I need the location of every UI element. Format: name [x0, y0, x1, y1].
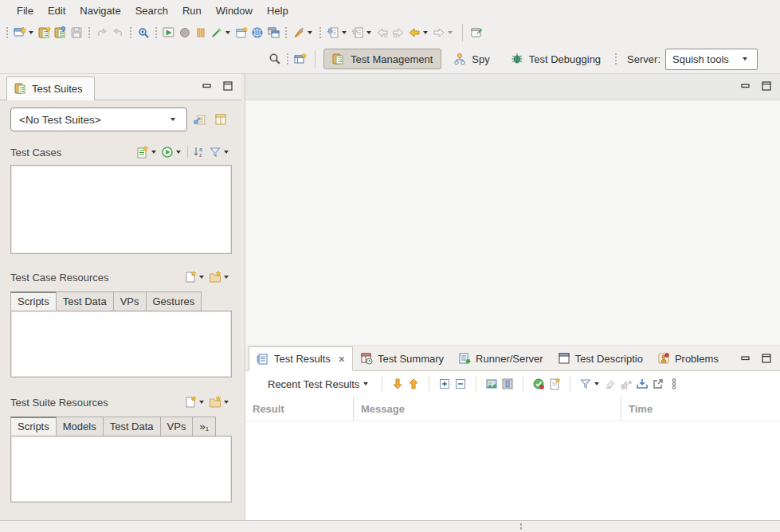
toolbar-drag-handle[interactable]	[130, 27, 131, 38]
expand-all-icon[interactable]	[437, 376, 453, 392]
menu-edit[interactable]: Edit	[41, 2, 73, 20]
minimize-icon[interactable]	[200, 80, 214, 92]
menu-file[interactable]: File	[10, 2, 41, 20]
new-window-icon[interactable]	[12, 25, 28, 41]
back-icon[interactable]	[406, 25, 422, 41]
maximize-icon[interactable]	[759, 80, 774, 92]
forward-icon[interactable]	[431, 25, 447, 41]
tcr-tab-scripts[interactable]: Scripts	[10, 291, 57, 311]
test-cases-list[interactable]	[10, 165, 232, 254]
open-perspective-icon[interactable]	[292, 51, 308, 67]
column-result[interactable]: Result	[245, 397, 354, 421]
server-select[interactable]: Squish tools	[665, 49, 758, 70]
tsr-tab-overflow[interactable]: »₁	[192, 417, 216, 436]
menu-window[interactable]: Window	[209, 2, 260, 20]
new-folder-caret[interactable]	[224, 276, 229, 279]
filter-results-caret[interactable]	[594, 382, 599, 385]
run-test-icon[interactable]	[161, 25, 177, 41]
step-return-suite-icon[interactable]	[350, 25, 366, 41]
minimize-icon[interactable]	[739, 352, 753, 365]
tab-test-results[interactable]: Test Results ×	[249, 346, 353, 371]
test-case-resources-list[interactable]	[10, 311, 232, 377]
new-editor-icon[interactable]	[233, 25, 249, 41]
statusbar-grip[interactable]	[519, 522, 523, 531]
test-suite-resources-list[interactable]	[10, 436, 232, 503]
menu-help[interactable]: Help	[260, 2, 296, 20]
last-edit-forward-icon[interactable]	[390, 25, 406, 41]
tcr-tab-vps[interactable]: VPs	[113, 291, 147, 311]
verify-icon[interactable]	[531, 376, 547, 392]
perspective-test-debugging[interactable]: Test Debugging	[502, 49, 609, 69]
last-edit-back-icon[interactable]	[374, 25, 390, 41]
open-external-icon[interactable]	[650, 376, 666, 392]
column-message[interactable]: Message	[354, 397, 621, 421]
toolbar-drag-handle[interactable]	[287, 53, 288, 65]
toolbar-drag-handle[interactable]	[6, 27, 8, 38]
new-report-icon[interactable]	[547, 376, 562, 392]
open-test-suite-icon[interactable]	[53, 25, 69, 41]
tab-test-suites[interactable]: Test Suites	[6, 76, 95, 100]
clear-results-icon[interactable]	[602, 376, 618, 392]
record-icon[interactable]	[177, 25, 193, 41]
minimize-icon[interactable]	[739, 80, 753, 92]
test-suite-select[interactable]: <No Test Suites>	[10, 108, 187, 131]
column-time[interactable]: Time	[621, 397, 780, 421]
tab-problems[interactable]: Problems	[650, 346, 726, 370]
picker-dropdown-caret[interactable]	[225, 31, 230, 34]
maximize-icon[interactable]	[221, 80, 235, 92]
video-icon[interactable]	[500, 376, 515, 392]
perspective-spy[interactable]: Spy	[445, 49, 498, 69]
back-history-caret[interactable]	[423, 31, 428, 34]
save-icon[interactable]	[69, 25, 84, 41]
forward-history-caret[interactable]	[448, 31, 453, 34]
launch-dropdown-caret[interactable]	[308, 31, 312, 34]
tab-runner-server[interactable]: Runner/Server	[451, 346, 551, 370]
launch-icon[interactable]	[291, 25, 307, 41]
toolbar-drag-handle[interactable]	[285, 27, 287, 38]
tab-test-summary[interactable]: Test Summary	[353, 346, 451, 370]
suite-layout-icon[interactable]	[213, 111, 229, 127]
tcr-tab-gestures[interactable]: Gestures	[146, 291, 202, 311]
view-menu-overflow-icon[interactable]	[666, 376, 682, 392]
import-results-icon[interactable]	[634, 376, 650, 392]
tcr-tab-test-data[interactable]: Test Data	[56, 291, 114, 311]
toolbar-drag-handle[interactable]	[155, 27, 157, 38]
suite-settings-icon[interactable]	[192, 111, 208, 127]
pin-editor-icon[interactable]	[469, 25, 485, 41]
new-file-icon[interactable]	[182, 269, 198, 285]
next-result-icon[interactable]	[390, 376, 406, 392]
recent-test-results-dropdown[interactable]: Recent Test Results	[265, 376, 374, 393]
menu-search[interactable]: Search	[128, 2, 175, 20]
tsr-tab-scripts[interactable]: Scripts	[10, 417, 57, 436]
new-folder-icon[interactable]	[207, 394, 223, 410]
filter-icon[interactable]	[207, 144, 223, 160]
run-test-case-icon[interactable]	[159, 144, 175, 160]
run-test-case-caret[interactable]	[176, 151, 181, 154]
windows-icon[interactable]	[265, 25, 281, 41]
filter-results-icon[interactable]	[578, 376, 594, 392]
results-table-body[interactable]	[245, 421, 780, 520]
maximize-icon[interactable]	[759, 352, 774, 365]
pick-object-icon[interactable]	[135, 25, 151, 41]
web-browser-icon[interactable]	[249, 25, 265, 41]
tab-test-description[interactable]: Test Descriptio	[551, 346, 650, 370]
toolbar-drag-handle[interactable]	[615, 53, 617, 65]
collapse-all-icon[interactable]	[453, 376, 468, 392]
tsr-tab-models[interactable]: Models	[56, 417, 104, 436]
menu-run[interactable]: Run	[175, 2, 209, 20]
new-test-case-caret[interactable]	[151, 151, 156, 154]
new-test-case-icon[interactable]	[135, 144, 151, 160]
new-test-suite-icon[interactable]	[37, 25, 53, 41]
new-folder-caret[interactable]	[224, 401, 229, 404]
step-into-suite-icon[interactable]	[325, 25, 341, 41]
perspective-test-management[interactable]: Test Management	[323, 49, 441, 69]
toolbar-drag-handle[interactable]	[88, 27, 90, 38]
sort-icon[interactable]: az	[191, 144, 207, 160]
new-file-caret[interactable]	[199, 276, 204, 279]
step-into-caret[interactable]	[342, 31, 347, 34]
picker-icon[interactable]	[209, 25, 225, 41]
export-chart-icon[interactable]	[618, 376, 634, 392]
new-file-icon[interactable]	[182, 394, 198, 410]
undo-icon[interactable]	[94, 25, 110, 41]
redo-icon[interactable]	[110, 25, 126, 41]
